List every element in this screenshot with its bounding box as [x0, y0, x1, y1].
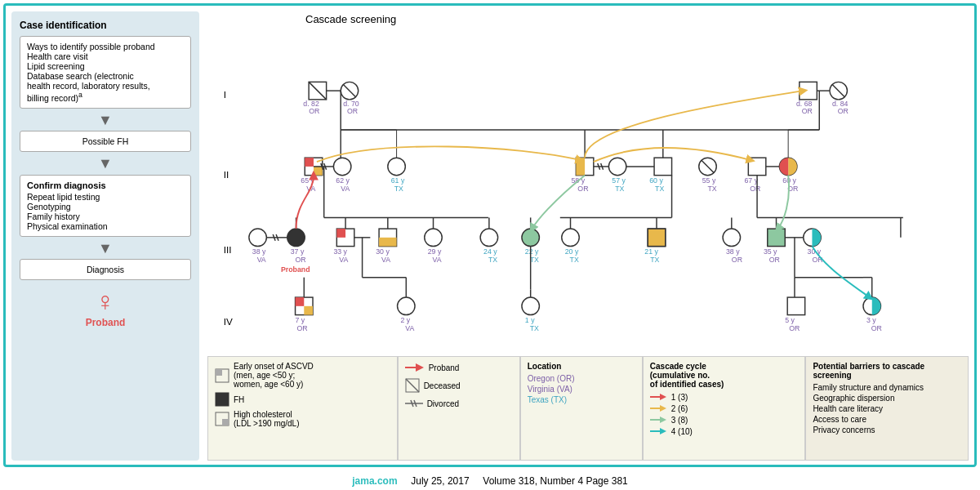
footer-jama: jama.com [352, 475, 397, 487]
gen3-female4-age: 20 y [565, 247, 579, 256]
gen3-proband-age: 37 y [291, 247, 305, 256]
cascade-title: Cascade screening [305, 13, 396, 25]
proband-label: Proband [20, 317, 191, 328]
gen2-female4-diag [702, 160, 715, 173]
arrow-yellow-3 [585, 91, 804, 158]
barrier-3: Health care literacy [813, 404, 961, 413]
legend-area: Early onset of ASCVD(men, age <50 y;wome… [207, 356, 969, 461]
gen2-male1-q1 [305, 158, 314, 167]
possible-fh-box: Possible FH [20, 131, 191, 152]
barriers-title: Potential barriers to cascade screening [813, 362, 961, 380]
gen2-female1-loc: VA [341, 185, 350, 193]
gen3-male4-age: 35 y [764, 247, 777, 256]
barrier-2: Geographic dispersion [813, 394, 961, 403]
gen3-female4 [562, 229, 579, 246]
gen3-female1-loc: VA [433, 256, 442, 264]
gen4-female3-fill [872, 297, 881, 314]
legend-divorced: Divorced [405, 398, 513, 409]
gen3-male3-age: 21 y [644, 247, 658, 256]
gen2-male4-loc: OR [750, 185, 760, 193]
legend-deceased-icon [405, 378, 420, 393]
gen3-proband-loc: OR [296, 256, 306, 264]
gen2-female2-age: 61 y [391, 176, 405, 185]
gen4-male1-loc: OR [296, 324, 307, 332]
cc-2: 2 (6) [650, 403, 799, 413]
roman-I: I [224, 89, 226, 100]
panel-title: Case identification [20, 20, 191, 31]
gen4-male1-q4 [304, 306, 313, 315]
right-panel: Cascade screening I II III IV d. 82 OR d… [207, 11, 969, 461]
gen2-female5-fill2 [779, 158, 788, 175]
gen1-male1-loc: OR [309, 107, 319, 115]
gen2-female1 [333, 158, 350, 175]
legend-virginia: Virginia (VA) [528, 385, 635, 394]
legend-deceased: Deceased [405, 378, 513, 393]
legend-ascvd-icon [215, 368, 229, 383]
legend-chol-label: High cholesterol(LDL >190 mg/dL) [234, 410, 300, 428]
gen1-male2-loc: OR [802, 107, 813, 115]
gen3-female0-age: 38 y [252, 247, 266, 256]
gen2-female3 [608, 158, 626, 175]
pedigree-svg: I II III IV d. 82 OR d. 70 OR d. 68 OR d… [207, 26, 969, 369]
gen3-male4-loc: OR [769, 256, 780, 264]
gen3-male2-loc: VA [381, 256, 390, 264]
legend-texas: Texas (TX) [528, 395, 635, 404]
gen4-male2-loc: OR [789, 324, 800, 332]
arrow1: ▼ [20, 112, 191, 130]
diagnosis-box: Diagnosis [20, 259, 191, 280]
arrow3: ▼ [20, 240, 191, 258]
barrier-5: Privacy concerns [813, 425, 961, 434]
gen3-female1-age: 29 y [428, 247, 442, 256]
gen3-male1-age: 33 y [333, 247, 347, 256]
gen2-male4 [748, 158, 765, 175]
roman-IV: IV [224, 316, 233, 327]
gen3-male4 [768, 229, 785, 246]
footer-date: July 25, 2017 [411, 475, 469, 487]
legend-fh-label: FH [234, 395, 244, 404]
proband-icon: ♀ [20, 287, 191, 317]
gen1-female2-age: d. 84 [832, 100, 849, 108]
gen2-female4-loc: TX [708, 185, 717, 193]
roman-III: III [224, 244, 232, 255]
gen3-male3-fill [648, 229, 665, 246]
gen3-female5 [723, 229, 740, 246]
svg-rect-1 [216, 369, 222, 376]
gen1-female1-diag [343, 84, 356, 97]
svg-rect-2 [216, 393, 229, 406]
arrow2: ▼ [20, 155, 191, 173]
footer-volume: Volume 318, Number 4 Page 381 [483, 475, 627, 487]
gen2-male2-left [576, 158, 585, 175]
gen2-female3-loc: TX [615, 185, 624, 193]
gen4-female2 [522, 297, 539, 314]
gen4-male1-q1 [296, 297, 305, 306]
gen2-female1-age: 62 y [336, 176, 350, 185]
roman-II: II [224, 169, 229, 180]
gen3-female6-fill [812, 229, 821, 246]
gen3-male3-loc: TX [650, 256, 659, 264]
legend-proband-icon [405, 362, 425, 373]
confirm-box: Confirm diagnosis Repeat lipid testing G… [20, 175, 191, 237]
gen1-female1-loc: OR [347, 107, 358, 115]
legend-fh: FH [215, 392, 390, 407]
gen4-female1-loc: VA [405, 324, 414, 332]
legend-chol-icon [215, 412, 229, 426]
gen3-female5-loc: OR [732, 256, 742, 264]
gen3-female0 [249, 229, 266, 246]
gen3-female2-age: 24 y [483, 247, 497, 256]
gen4-female3-loc: OR [871, 324, 882, 332]
legend-divorced-label: Divorced [427, 399, 459, 408]
gen4-female2-age: 1 y [525, 316, 535, 324]
gen3-female2-loc: TX [488, 256, 497, 264]
barrier-4: Access to care [813, 415, 961, 424]
cc-1: 1 (3) [650, 392, 799, 402]
legend-ascvd: Early onset of ASCVD(men, age <50 y;wome… [215, 362, 390, 389]
gen3-male2-bot [379, 238, 396, 247]
legend-cholesterol: High cholesterol(LDL >190 mg/dL) [215, 410, 390, 428]
legend-ascvd-label: Early onset of ASCVD(men, age <50 y;wome… [234, 362, 314, 389]
gen1-female2-diag [832, 84, 845, 97]
gen3-female3 [522, 229, 539, 246]
gen4-female3-age: 3 y [866, 316, 876, 324]
legend-deceased-label: Deceased [424, 381, 461, 390]
cc-3: 3 (8) [650, 415, 799, 425]
gen2-male3-loc: TX [655, 185, 664, 193]
